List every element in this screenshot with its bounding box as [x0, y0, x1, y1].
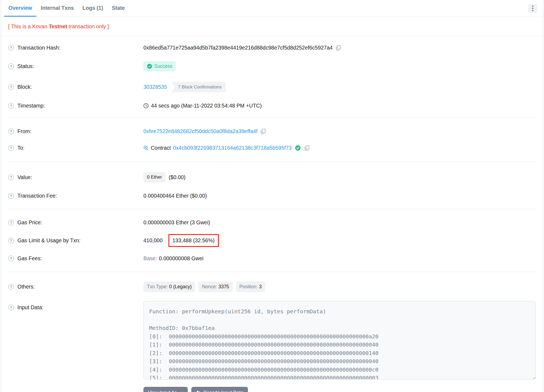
vertical-divider [165, 238, 166, 244]
tab-overview[interactable]: Overview [4, 0, 36, 17]
txn-type-label: Txn Type: [147, 284, 168, 290]
help-icon[interactable] [8, 256, 14, 261]
decode-input-data-button[interactable]: Decode Input Data [191, 387, 248, 392]
help-icon[interactable] [8, 284, 14, 290]
kebab-menu-button[interactable] [528, 4, 537, 13]
row-label: Gas Price: [8, 219, 143, 226]
tab-logs[interactable]: Logs (1) [78, 0, 107, 17]
row-others: Others: Txn Type: 0 (Legacy) Nonce: 3375… [8, 276, 536, 297]
from-label: From: [17, 128, 31, 134]
tab-bar: Overview Internal Txns Logs (1) State [1, 0, 543, 17]
tab-internal-txns[interactable]: Internal Txns [36, 0, 78, 17]
help-icon[interactable] [8, 193, 14, 199]
status-value: Success [154, 63, 172, 69]
help-icon[interactable] [8, 45, 14, 51]
timestamp-value: 44 secs ago (Mar-11-2022 03:54:48 PM +UT… [151, 103, 262, 109]
notice-bold: Testnet [49, 23, 67, 29]
txn-type-value: 0 (Legacy) [169, 284, 192, 290]
copy-to-button[interactable] [305, 145, 309, 151]
row-label: Value: [8, 174, 143, 180]
row-label: Gas Limit & Usage by Txn: [8, 237, 143, 244]
section-gas: Gas Price: 0.000000003 Ether (3 Gwei) Ga… [8, 209, 536, 272]
copy-hash-button[interactable] [336, 45, 341, 51]
gas-usage-value: 133,488 (32.56%) [173, 237, 215, 244]
nonce-value: 3375 [219, 284, 229, 290]
row-label: Timestamp: [8, 103, 143, 109]
input-data-textarea[interactable]: Function: performUpkeep(uint256 id, byte… [143, 301, 536, 379]
to-label: To: [17, 145, 24, 151]
row-label: Gas Fees: [8, 255, 143, 262]
row-label: Input Data: [8, 301, 143, 311]
zoom-in-icon[interactable] [143, 145, 149, 151]
view-input-as-button[interactable]: View Input As [143, 387, 188, 392]
kebab-dot-icon [532, 10, 533, 11]
gas-limit-label: Gas Limit & Usage by Txn: [17, 237, 81, 244]
tab-state[interactable]: State [107, 0, 129, 17]
help-icon[interactable] [8, 103, 14, 109]
position-value: 3 [259, 284, 262, 290]
others-label: Others: [17, 284, 35, 290]
help-icon[interactable] [8, 305, 14, 310]
help-icon[interactable] [8, 84, 14, 90]
row-gas-price: Gas Price: 0.000000003 Ether (3 Gwei) [8, 214, 536, 231]
gas-limit-value: 410,000 [143, 237, 163, 244]
row-gas-fees: Gas Fees: Base: 0.000000008 Gwei [8, 250, 536, 267]
value-usd: ($0.00) [169, 174, 186, 180]
section-addresses: From: 0xfee7522e8482682cf50ddc50a0f8da2a… [8, 118, 536, 162]
copy-icon [336, 45, 341, 51]
nonce-badge: Nonce: 3375 [198, 281, 232, 292]
value-badge: 0 Ether [143, 172, 165, 182]
row-label: Block: [8, 84, 143, 90]
transaction-hash-value: 0x86ed5a771e725aa94d5b7fa2398e4419e216d8… [143, 45, 333, 51]
help-icon[interactable] [8, 174, 14, 180]
check-circle-icon [147, 64, 152, 69]
input-data-actions: View Input As Decode Input Data [143, 387, 536, 392]
from-address-link[interactable]: 0xfee7522e8482682cf50ddc50a0f8da2a39effa… [143, 128, 257, 134]
decode-input-data-label: Decode Input Data [204, 390, 243, 392]
row-value: Value: 0 Ether ($0.00) [8, 167, 536, 188]
row-label: Transaction Fee: [8, 193, 143, 199]
copy-icon [261, 129, 266, 134]
section-overview-top: Transaction Hash: 0x86ed5a771e725aa94d5b… [8, 36, 536, 118]
block-confirmations-badge: 7 Block Confirmations [171, 82, 226, 92]
gas-fees-base-label: Base: [143, 255, 157, 262]
help-icon[interactable] [8, 238, 14, 243]
to-contract-prefix: Contract [151, 145, 171, 151]
section-others-input: Others: Txn Type: 0 (Legacy) Nonce: 3375… [8, 272, 536, 392]
kebab-dot-icon [532, 5, 533, 7]
copy-icon [305, 145, 309, 151]
row-gas-limit-usage: Gas Limit & Usage by Txn: 410,000 133,48… [8, 231, 536, 250]
gas-fees-label: Gas Fees: [17, 255, 42, 262]
transaction-card: Overview Internal Txns Logs (1) State [ … [1, 0, 543, 392]
transaction-fee-label: Transaction Fee: [17, 193, 57, 199]
row-to: To: Contract 0x4cb093f226983713164a62138… [8, 140, 536, 156]
row-timestamp: Timestamp: 44 secs ago (Mar-11-2022 03:5… [8, 97, 536, 114]
to-contract-link[interactable]: 0x4cb093f226983713164a62138c3f718a5b595f… [173, 145, 292, 151]
transaction-hash-label: Transaction Hash: [17, 45, 60, 51]
clock-icon [143, 103, 149, 108]
block-link[interactable]: 30328535 [143, 84, 167, 90]
nonce-label: Nonce: [202, 284, 217, 290]
row-label: From: [8, 128, 143, 134]
gas-usage-highlight-box: 133,488 (32.56%) [168, 234, 219, 247]
help-icon[interactable] [8, 220, 14, 225]
timestamp-label: Timestamp: [17, 103, 45, 109]
gas-price-value: 0.000000003 Ether (3 Gwei) [143, 219, 210, 226]
row-status: Status: Success [8, 56, 536, 76]
block-label: Block: [17, 84, 32, 90]
copy-from-button[interactable] [261, 129, 266, 134]
position-badge: Position: 3 [236, 281, 265, 292]
row-transaction-hash: Transaction Hash: 0x86ed5a771e725aa94d5b… [8, 39, 536, 56]
row-label: To: [8, 145, 143, 151]
gas-price-label: Gas Price: [17, 219, 42, 226]
kebab-dot-icon [532, 8, 533, 9]
status-badge: Success [143, 61, 176, 71]
help-icon[interactable] [8, 145, 14, 151]
row-from: From: 0xfee7522e8482682cf50ddc50a0f8da2a… [8, 123, 536, 140]
value-label: Value: [17, 174, 32, 180]
help-icon[interactable] [8, 128, 14, 134]
help-icon[interactable] [8, 63, 14, 69]
txn-type-badge: Txn Type: 0 (Legacy) [143, 281, 195, 292]
notice-prefix: [ This is a Kovan [8, 23, 49, 29]
section-value: Value: 0 Ether ($0.00) Transaction Fee: … [8, 162, 536, 209]
